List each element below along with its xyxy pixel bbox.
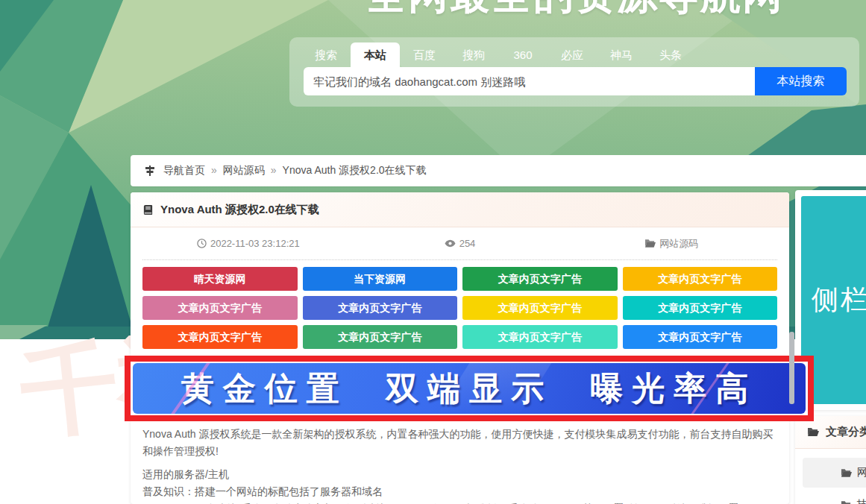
sidebar-category-label: 技术教程: [857, 498, 866, 504]
breadcrumb-item[interactable]: 网站源码: [223, 164, 265, 176]
search-tab-搜狗[interactable]: 搜狗: [449, 42, 498, 67]
folder-icon: [841, 468, 852, 478]
article-card: Ynova Auth 源授权2.0在线下载 2022-11-03 23:12:2…: [131, 192, 789, 504]
breadcrumb-separator: »: [271, 164, 277, 176]
eye-icon: [445, 239, 456, 248]
ad-button[interactable]: 文章内页文字广告: [303, 325, 458, 349]
sidebar-ad-text: 侧栏广告: [812, 282, 866, 318]
sidebar-category-item[interactable]: 网站源码: [803, 458, 866, 488]
ad-grid: 晴天资源网当下资源网文章内页文字广告文章内页文字广告文章内页文字广告文章内页文字…: [142, 267, 777, 349]
ad-button[interactable]: 当下资源网: [303, 267, 458, 291]
search-tabs: 搜索本站百度搜狗360必应神马头条: [301, 42, 695, 67]
breadcrumb-separator: »: [211, 164, 217, 176]
ad-button[interactable]: 文章内页文字广告: [142, 325, 298, 349]
clock-icon: [197, 239, 207, 248]
article-title: Ynova Auth 源授权2.0在线下载: [160, 203, 319, 217]
ad-button[interactable]: 文章内页文字广告: [462, 267, 618, 291]
article-paragraph: 普及知识：搭建一个网站的标配包括了服务器和域名: [142, 483, 777, 500]
ad-button[interactable]: 晴天资源网: [142, 267, 298, 291]
breadcrumb-trail: 导航首页»网站源码»Ynova Auth 源授权2.0在线下载: [163, 164, 427, 177]
sidebar-category-item[interactable]: 技术教程: [795, 498, 866, 504]
breadcrumb: 导航首页»网站源码»Ynova Auth 源授权2.0在线下载: [131, 155, 866, 186]
sidebar-categories-title: 文章分类: [826, 425, 866, 439]
search-tab-360[interactable]: 360: [498, 42, 547, 67]
meta-date: 2022-11-03 23:12:21: [142, 238, 354, 249]
search-tab-头条[interactable]: 头条: [646, 42, 695, 67]
breadcrumb-item: Ynova Auth 源授权2.0在线下载: [283, 164, 427, 176]
meta-date-value: 2022-11-03 23:12:21: [210, 238, 300, 249]
site-search-button[interactable]: 本站搜索: [755, 67, 847, 95]
article-paragraph: 适用的服务器/主机: [142, 466, 777, 483]
search-tab-必应[interactable]: 必应: [547, 42, 597, 67]
ad-button[interactable]: 文章内页文字广告: [623, 325, 778, 349]
folder-icon: [644, 239, 656, 248]
meta-category: 网站源码: [565, 237, 777, 251]
sidebar-categories-card: 文章分类 网站源码技术教程: [795, 416, 866, 504]
search-tab-神马[interactable]: 神马: [597, 42, 646, 67]
gold-banner[interactable]: 黄金位置 双端显示 曝光率高: [133, 363, 806, 414]
breadcrumb-item[interactable]: 导航首页: [163, 164, 205, 176]
ad-button[interactable]: 文章内页文字广告: [462, 325, 618, 349]
article-header: Ynova Auth 源授权2.0在线下载: [131, 192, 789, 227]
article-paragraph: Ynova Auth 源授权系统是一款全新架构的授权系统，内置各种强大的功能，使…: [142, 426, 777, 460]
book-icon: [142, 204, 154, 215]
ad-button[interactable]: 文章内页文字广告: [462, 296, 618, 320]
meta-views: 254: [354, 238, 566, 249]
meta-views-value: 254: [459, 238, 476, 249]
sidebar: 侧栏广告 文章分类 网站源码技术教程: [795, 190, 866, 504]
search-input[interactable]: [304, 67, 755, 95]
ad-button[interactable]: 文章内页文字广告: [623, 296, 778, 320]
signpost-icon: [144, 165, 156, 177]
folder-icon: [841, 500, 852, 504]
sidebar-category-label: 网站源码: [857, 466, 866, 479]
category-list: 网站源码技术教程: [795, 458, 866, 504]
search-tab-本站[interactable]: 本站: [351, 42, 400, 67]
search-tab-搜索[interactable]: 搜索: [301, 42, 351, 67]
gold-banner-frame: 黄金位置 双端显示 曝光率高: [125, 356, 814, 421]
folder-icon: [807, 427, 819, 437]
page: 千福 全网最全的资源导航网 搜索本站百度搜狗360必应神马头条 本站搜索 导航首…: [0, 0, 866, 504]
site-title: 全网最全的资源导航网: [288, 0, 862, 22]
meta-category-value[interactable]: 网站源码: [659, 237, 698, 251]
search-tab-百度[interactable]: 百度: [400, 42, 449, 67]
ad-button[interactable]: 文章内页文字广告: [303, 296, 458, 320]
article-body: Ynova Auth 源授权系统是一款全新架构的授权系统，内置各种强大的功能，使…: [142, 426, 777, 504]
article-meta: 2022-11-03 23:12:21 254: [142, 227, 777, 260]
scrollbar-thumb[interactable]: [789, 332, 794, 404]
search-row: 本站搜索: [304, 67, 847, 95]
article-paragraph: [142, 460, 777, 466]
search-panel: 搜索本站百度搜狗360必应神马头条 本站搜索: [289, 37, 859, 107]
ad-button[interactable]: 文章内页文字广告: [142, 296, 298, 320]
article-paragraph: （Ynova Auth 源授权系统不支持虚拟主机）得到建议使用：[服务器]（标准…: [142, 500, 777, 504]
ad-button[interactable]: 文章内页文字广告: [623, 267, 778, 291]
